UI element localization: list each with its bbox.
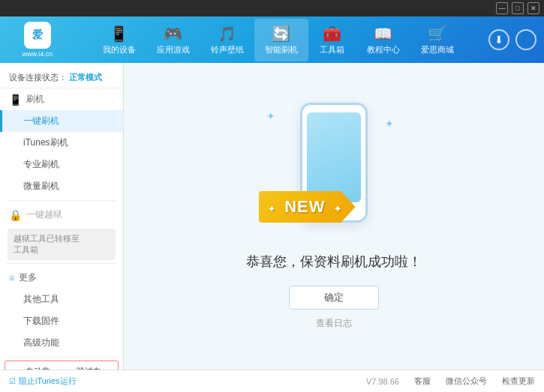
success-text: 恭喜您，保资料刷机成功啦！	[246, 253, 422, 271]
nav-toolbox[interactable]: 🧰 工具箱	[308, 19, 356, 61]
download-button[interactable]: ⬇	[488, 29, 509, 50]
sidebar-item-pro[interactable]: 专业刷机	[0, 154, 123, 175]
checkbox-area: 自动救活 跳过向导	[5, 361, 119, 370]
tutorial-icon: 📖	[374, 25, 392, 43]
check-update-link[interactable]: 检查更新	[502, 376, 535, 387]
wechat-link[interactable]: 微信公众号	[446, 376, 487, 387]
logo-url: www.i4.cn	[23, 50, 53, 58]
sidebar-divider-1	[6, 200, 117, 201]
skip-wizard-checkbox[interactable]: 跳过向导	[65, 366, 109, 370]
nav-right: ⬇ 👤	[488, 29, 536, 50]
sidebar-divider-3	[6, 357, 117, 358]
title-bar: — □ ✕	[0, 0, 544, 16]
main: 设备连接状态： 正常模式 📱 刷机 一键刷机 iTunes刷机 专业刷机 微量刷…	[0, 63, 544, 370]
nav-apps[interactable]: 🎮 应用游戏	[146, 19, 200, 61]
user-button[interactable]: 👤	[515, 29, 536, 50]
title-bar-controls: — □ ✕	[496, 2, 541, 14]
shop-icon: 🛒	[428, 25, 446, 43]
nav-shop-label: 爱思商城	[421, 44, 454, 55]
sidebar-item-micro[interactable]: 微量刷机	[0, 175, 123, 197]
customer-link[interactable]: 客服	[414, 376, 431, 387]
hero-illustration: ✦ ✦ NEW	[259, 103, 409, 238]
itunes-toggle[interactable]: ☑ 阻止iTunes运行	[9, 376, 77, 387]
new-badge: NEW	[259, 191, 356, 223]
confirm-button[interactable]: 确定	[289, 286, 379, 310]
nav-apps-label: 应用游戏	[157, 44, 190, 55]
status-bar: ☑ 阻止iTunes运行 V7.98.66 客服 微信公众号 检查更新	[0, 370, 544, 392]
flash-section-label: 刷机	[26, 93, 44, 106]
goto-log-link[interactable]: 查看日志	[316, 317, 352, 330]
device-status: 设备连接状态： 正常模式	[0, 67, 123, 88]
close-icon[interactable]: ✕	[527, 2, 539, 14]
jailbreak-icon: 🔒	[9, 209, 22, 221]
ringtone-icon: 🎵	[218, 25, 236, 43]
itunes-checkbox-icon: ☑	[9, 377, 16, 385]
sidebar-divider-2	[6, 263, 117, 264]
nav-tutorial-label: 教程中心	[367, 44, 400, 55]
jailbreak-label: 一键越狱	[26, 208, 62, 221]
nav-shop[interactable]: 🛒 爱思商城	[410, 19, 464, 61]
sparkle-1-icon: ✦	[266, 110, 275, 122]
status-bar-right: V7.98.66 客服 微信公众号 检查更新	[366, 376, 535, 387]
download-icon: ⬇	[494, 34, 503, 46]
user-icon: 👤	[520, 34, 533, 46]
toolbox-icon: 🧰	[323, 25, 341, 43]
more-section-icon: ≡	[9, 273, 14, 283]
nav-toolbox-label: 工具箱	[320, 44, 344, 55]
sidebar-item-advanced[interactable]: 高级功能	[0, 332, 123, 354]
nav-ringtone[interactable]: 🎵 铃声壁纸	[200, 19, 254, 61]
mydevice-icon: 📱	[110, 25, 128, 43]
nav-mydevice[interactable]: 📱 我的设备	[92, 19, 146, 61]
smartflash-icon: 🔄	[272, 25, 290, 43]
version-label: V7.98.66	[366, 377, 399, 386]
sidebar-item-onekey[interactable]: 一键刷机	[0, 110, 123, 132]
sparkle-2-icon: ✦	[385, 118, 394, 130]
phone-screen	[307, 112, 361, 202]
nav-smartflash-label: 智能刷机	[265, 44, 298, 55]
nav-ringtone-label: 铃声壁纸	[211, 44, 244, 55]
sidebar-section-flash: 📱 刷机	[0, 88, 123, 110]
sidebar-section-more: ≡ 更多	[0, 267, 123, 289]
nav-mydevice-label: 我的设备	[103, 44, 136, 55]
sidebar-item-download-fw[interactable]: 下载固件	[0, 310, 123, 332]
content-area: ✦ ✦ NEW 恭喜您，保资料刷机成功啦！ 确定 查看日志	[124, 63, 544, 370]
nav: 📱 我的设备 🎮 应用游戏 🎵 铃声壁纸 🔄 智能刷机 🧰 工具箱 📖 教程中心…	[68, 19, 488, 61]
header: 爱 www.i4.cn 📱 我的设备 🎮 应用游戏 🎵 铃声壁纸 🔄 智能刷机 …	[0, 16, 544, 63]
logo-icon: 爱	[24, 22, 51, 49]
nav-tutorial[interactable]: 📖 教程中心	[356, 19, 410, 61]
status-label: 设备连接状态：	[9, 73, 67, 82]
sidebar-item-other-tools[interactable]: 其他工具	[0, 289, 123, 310]
apps-icon: 🎮	[164, 25, 182, 43]
sidebar-item-itunes[interactable]: iTunes刷机	[0, 132, 123, 154]
maximize-icon[interactable]: □	[512, 2, 524, 14]
itunes-label: 阻止iTunes运行	[19, 376, 77, 387]
status-value: 正常模式	[69, 73, 102, 82]
flash-section-icon: 📱	[9, 94, 22, 106]
sidebar-section-jailbreak: 🔒 一键越狱	[0, 204, 123, 226]
auto-flash-checkbox[interactable]: 自动救活	[14, 366, 58, 370]
sidebar: 设备连接状态： 正常模式 📱 刷机 一键刷机 iTunes刷机 专业刷机 微量刷…	[0, 63, 124, 370]
minimize-icon[interactable]: —	[496, 2, 508, 14]
logo[interactable]: 爱 www.i4.cn	[8, 22, 68, 58]
more-label: 更多	[19, 271, 37, 284]
nav-smartflash[interactable]: 🔄 智能刷机	[254, 19, 308, 61]
jailbreak-notice: 越狱工具已转移至工具箱	[8, 229, 116, 260]
